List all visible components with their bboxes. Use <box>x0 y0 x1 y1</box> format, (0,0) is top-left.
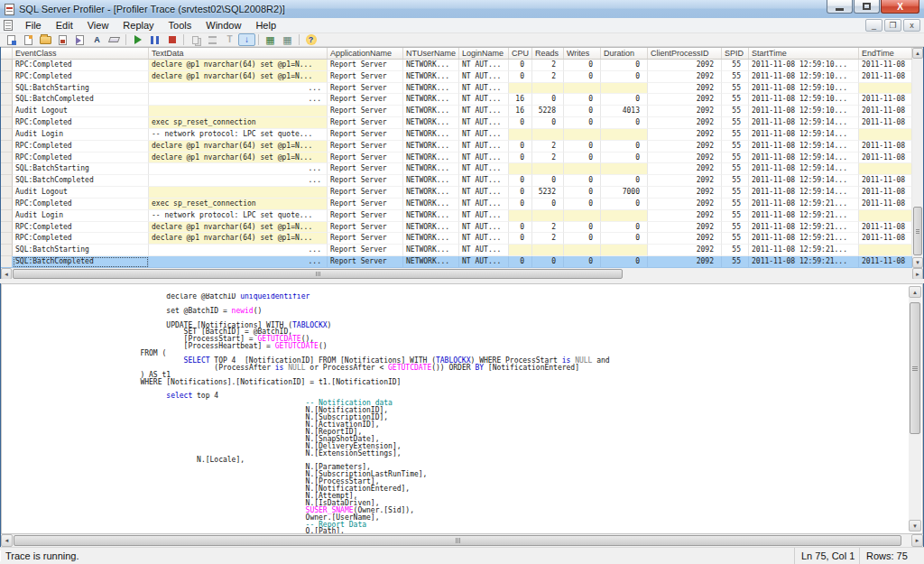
grid-cell[interactable] <box>601 83 648 95</box>
grid-cell[interactable]: 55 <box>722 141 749 153</box>
grid-cell[interactable]: 2011-11-08 <box>859 141 912 153</box>
grid-cell[interactable]: NETWORK... <box>403 210 459 222</box>
menu-item-view[interactable]: View <box>80 18 116 33</box>
grid-cell[interactable]: 0 <box>509 71 532 83</box>
grid-cell[interactable] <box>532 83 564 95</box>
table-row[interactable]: SQL:BatchStarting...Report ServerNETWORK… <box>1 83 912 95</box>
table-row[interactable]: RPC:Completeddeclare @p1 nvarchar(64) se… <box>1 60 912 71</box>
grid-cell[interactable] <box>532 210 564 222</box>
scroll-down-icon[interactable]: ▼ <box>912 257 923 268</box>
grid-cell[interactable]: Report Server <box>328 60 403 71</box>
row-selector-header[interactable] <box>1 48 13 59</box>
grid-cell[interactable]: 2011-11-08 <box>859 175 912 187</box>
grid-vscroll-thumb[interactable] <box>913 207 922 255</box>
grid-cell[interactable] <box>149 106 328 117</box>
grid-cell[interactable]: 2011-11-08 12:59:14... <box>749 117 859 129</box>
grid-cell[interactable]: Report Server <box>328 233 403 245</box>
grid-cell[interactable]: 0 <box>564 222 601 234</box>
grid-cell[interactable]: 2092 <box>648 71 722 83</box>
grid-cell[interactable] <box>1 187 13 199</box>
grid-cell[interactable]: Report Server <box>328 106 403 117</box>
grid-cell[interactable]: Report Server <box>328 83 403 95</box>
grid-cell[interactable]: 55 <box>722 199 749 210</box>
grid-cell[interactable]: RPC:Completed <box>13 233 149 245</box>
column-header-spid[interactable]: SPID <box>722 48 749 59</box>
grid-cell[interactable] <box>509 163 532 175</box>
table-row[interactable]: SQL:BatchCompleted...Report ServerNETWOR… <box>1 175 912 187</box>
grid-cell[interactable] <box>564 129 601 141</box>
grid-cell[interactable] <box>509 83 532 95</box>
grid-cell[interactable]: SQL:BatchStarting <box>13 163 149 175</box>
grid-cell[interactable]: 0 <box>601 199 648 210</box>
grid-cell[interactable]: 2011-11-08 <box>859 60 912 71</box>
grid-cell[interactable] <box>859 245 912 256</box>
grid-cell[interactable]: 2092 <box>648 245 722 256</box>
table-row[interactable]: SQL:BatchCompleted...Report ServerNETWOR… <box>1 256 912 268</box>
grid-cell[interactable]: 2092 <box>648 83 722 95</box>
grid-cell[interactable]: 2011-11-08 <box>859 117 912 129</box>
new-trace-button[interactable] <box>3 33 20 46</box>
grid-cell[interactable]: ... <box>149 94 328 106</box>
table-row[interactable]: Audit LogoutReport ServerNETWORK...NT AU… <box>1 106 912 117</box>
sql-detail-pane[interactable]: declare @BatchID uniqueidentifierset @Ba… <box>1 283 923 534</box>
grid-cell[interactable]: SQL:BatchCompleted <box>13 175 149 187</box>
grid-cell[interactable] <box>532 129 564 141</box>
menu-item-help[interactable]: Help <box>248 18 283 33</box>
column-header-starttime[interactable]: StartTime <box>749 48 859 59</box>
grid-cell[interactable] <box>509 129 532 141</box>
grid-cell[interactable]: NT AUT... <box>459 256 509 268</box>
grid-cell[interactable]: NETWORK... <box>403 222 459 234</box>
grid-cell[interactable] <box>1 222 13 234</box>
grid-cell[interactable]: 16 <box>509 94 532 106</box>
grid-cell[interactable]: 0 <box>564 94 601 106</box>
start-trace-button[interactable] <box>129 33 146 46</box>
grid-cell[interactable]: -- network protocol: LPC set quote... <box>149 210 328 222</box>
grid-cell[interactable]: 55 <box>722 210 749 222</box>
grid-cell[interactable]: NETWORK... <box>403 233 459 245</box>
grid-cell[interactable]: 2 <box>532 233 564 245</box>
copy-button[interactable] <box>187 33 204 46</box>
table-row[interactable]: RPC:Completeddeclare @p1 nvarchar(64) se… <box>1 141 912 153</box>
grid-cell[interactable] <box>601 163 648 175</box>
grid-cell[interactable]: 0 <box>509 222 532 234</box>
table-row[interactable]: SQL:BatchStarting...Report ServerNETWORK… <box>1 163 912 175</box>
grid-cell[interactable]: NT AUT... <box>459 163 509 175</box>
grid-cell[interactable]: NT AUT... <box>459 94 509 106</box>
column-header-ntusername[interactable]: NTUserName <box>403 48 459 59</box>
grid-cell[interactable]: 0 <box>509 199 532 210</box>
grid-cell[interactable]: 7000 <box>601 187 648 199</box>
grid-cell[interactable]: RPC:Completed <box>13 60 149 71</box>
grid-cell[interactable] <box>149 187 328 199</box>
column-header-endtime[interactable]: EndTime <box>859 48 912 59</box>
grid-cell[interactable]: 55 <box>722 83 749 95</box>
grid-cell[interactable]: 55 <box>722 245 749 256</box>
grid-cell[interactable] <box>1 256 13 268</box>
grid-cell[interactable]: 2011-11-08 12:59:10... <box>749 60 859 71</box>
grid-cell[interactable]: 55 <box>722 222 749 234</box>
properties-button[interactable] <box>204 33 221 46</box>
grid-cell[interactable]: NETWORK... <box>403 153 459 164</box>
menu-item-window[interactable]: Window <box>199 18 248 33</box>
grid-cell[interactable]: NETWORK... <box>403 175 459 187</box>
grid-cell[interactable]: NT AUT... <box>459 141 509 153</box>
grid-cell[interactable]: Audit Logout <box>13 187 149 199</box>
grid-cell[interactable]: 0 <box>564 141 601 153</box>
grid-cell[interactable]: 0 <box>601 233 648 245</box>
grid-cell[interactable]: 55 <box>722 153 749 164</box>
column-header-reads[interactable]: Reads <box>532 48 564 59</box>
grid-cell[interactable]: 2011-11-08 12:59:21... <box>749 199 859 210</box>
grid-cell[interactable]: 2092 <box>648 256 722 268</box>
open-trace-button[interactable] <box>37 33 54 46</box>
table-row[interactable]: RPC:Completedexec sp_reset_connectionRep… <box>1 117 912 129</box>
grid-cell[interactable]: 0 <box>564 71 601 83</box>
grid-cell[interactable] <box>564 245 601 256</box>
grid-cell[interactable]: 0 <box>532 117 564 129</box>
grid-cell[interactable]: 2011-11-08 12:59:14... <box>749 129 859 141</box>
grid-cell[interactable] <box>1 175 13 187</box>
grid-cell[interactable]: 2092 <box>648 153 722 164</box>
grid-cell[interactable]: 55 <box>722 94 749 106</box>
grid-cell[interactable]: 2 <box>532 222 564 234</box>
grid-cell[interactable]: RPC:Completed <box>13 222 149 234</box>
column-header-clientprocessid[interactable]: ClientProcessID <box>648 48 722 59</box>
grid-cell[interactable]: NT AUT... <box>459 129 509 141</box>
